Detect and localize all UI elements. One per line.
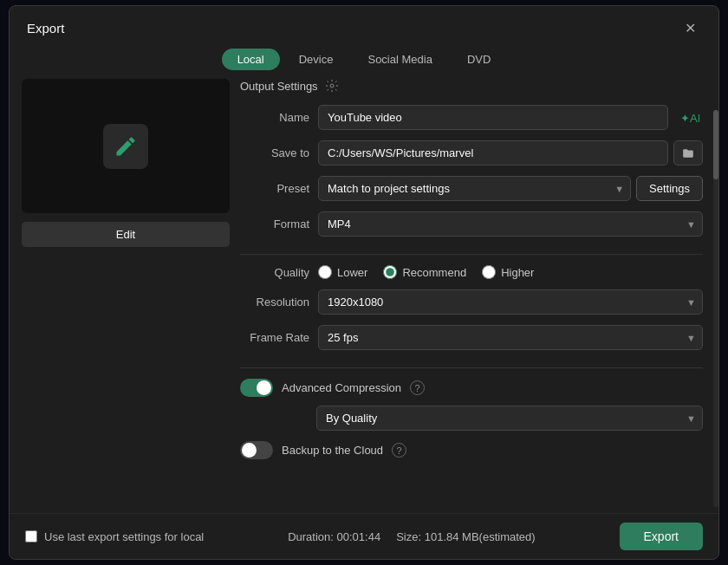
quality-options: Lower Recommend Higher	[318, 265, 703, 279]
folder-browse-button[interactable]	[673, 140, 703, 166]
settings-icon	[325, 79, 339, 93]
edit-button[interactable]: Edit	[22, 222, 230, 247]
modal-body: Edit Output Settings Name	[10, 70, 718, 513]
preset-select[interactable]: Match to project settings	[318, 176, 631, 201]
tabs-row: Local Device Social Media DVD	[10, 38, 718, 70]
preview-thumbnail	[22, 79, 230, 213]
backup-cloud-label: Backup to the Cloud	[282, 444, 383, 457]
backup-cloud-row: Backup to the Cloud ?	[240, 441, 703, 459]
modal-overlay: Export ✕ Local Device Social Media DVD	[0, 0, 728, 565]
settings-panel: Output Settings Name ✦AI	[240, 79, 706, 513]
save-to-field	[318, 140, 703, 166]
advanced-compression-label: Advanced Compression	[282, 381, 401, 394]
resolution-row: Resolution 1920x1080 ▼	[240, 289, 703, 315]
last-export-label: Use last export settings for local	[44, 530, 204, 543]
name-row: Name ✦AI	[240, 105, 703, 130]
resolution-select[interactable]: 1920x1080	[318, 289, 703, 315]
quality-lower-radio[interactable]	[318, 265, 332, 279]
pencil-icon	[114, 134, 138, 159]
export-button[interactable]: Export	[620, 523, 703, 550]
compression-help-icon: ?	[410, 380, 425, 395]
compression-mode-select[interactable]: By Quality	[316, 406, 703, 431]
frame-rate-select-wrap: 25 fps ▼	[318, 325, 703, 350]
quality-recommend-label: Recommend	[402, 266, 466, 279]
svg-point-0	[330, 84, 334, 88]
resolution-select-wrap: 1920x1080 ▼	[318, 289, 703, 315]
preset-field: Match to project settings ▼ Settings	[318, 176, 703, 201]
advanced-compression-toggle[interactable]	[240, 379, 273, 397]
compression-mode-select-wrap: By Quality ▼	[316, 406, 703, 431]
footer-left: Use last export settings for local	[25, 530, 204, 543]
quality-row: Quality Lower Recommend Higher	[240, 265, 703, 279]
quality-lower-option[interactable]: Lower	[318, 265, 367, 279]
svg-text:✦AI: ✦AI	[680, 112, 699, 125]
footer-info: Duration: 00:01:44 Size: 101.84 MB(estim…	[288, 530, 535, 543]
settings-button[interactable]: Settings	[636, 176, 703, 201]
ai-button[interactable]: ✦AI	[677, 107, 703, 128]
duration-label: Duration: 00:01:44	[288, 530, 380, 543]
quality-recommend-option[interactable]: Recommend	[383, 265, 466, 279]
size-label: Size: 101.84 MB(estimated)	[396, 530, 535, 543]
compression-sub-row: By Quality ▼	[316, 406, 703, 431]
format-label: Format	[240, 218, 309, 231]
preset-label: Preset	[240, 182, 309, 195]
preset-row: Preset Match to project settings ▼ Setti…	[240, 176, 703, 201]
edit-icon-box	[103, 124, 148, 169]
backup-cloud-toggle[interactable]	[240, 441, 273, 459]
scrollbar-track[interactable]	[713, 110, 718, 507]
tab-local[interactable]: Local	[222, 49, 280, 70]
last-export-checkbox[interactable]	[25, 530, 37, 542]
ai-icon: ✦AI	[680, 111, 699, 125]
quality-higher-label: Higher	[501, 266, 534, 279]
quality-recommend-radio[interactable]	[383, 265, 397, 279]
name-label: Name	[240, 111, 309, 124]
frame-rate-select[interactable]: 25 fps	[318, 325, 703, 350]
divider-2	[240, 367, 703, 368]
backup-help-icon: ?	[392, 443, 406, 458]
format-row: Format MP4 ▼	[240, 211, 703, 237]
save-to-label: Save to	[240, 146, 309, 159]
resolution-label: Resolution	[240, 295, 309, 308]
export-modal: Export ✕ Local Device Social Media DVD	[9, 5, 719, 560]
format-select[interactable]: MP4	[318, 211, 703, 237]
tab-device[interactable]: Device	[283, 49, 349, 70]
frame-rate-row: Frame Rate 25 fps ▼	[240, 325, 703, 350]
save-to-input[interactable]	[318, 140, 668, 166]
save-to-row: Save to	[240, 140, 703, 166]
name-input[interactable]	[318, 105, 668, 130]
tab-dvd[interactable]: DVD	[452, 49, 506, 70]
format-select-wrap: MP4 ▼	[318, 211, 703, 237]
modal-title: Export	[27, 21, 64, 36]
quality-higher-option[interactable]: Higher	[482, 265, 534, 279]
advanced-compression-row: Advanced Compression ?	[240, 379, 703, 397]
tab-social-media[interactable]: Social Media	[352, 49, 447, 70]
output-settings-label: Output Settings	[240, 80, 318, 93]
close-button[interactable]: ✕	[679, 18, 701, 38]
preset-select-wrap: Match to project settings ▼	[318, 176, 631, 201]
quality-label: Quality	[240, 266, 309, 279]
scrollbar-thumb	[713, 110, 718, 179]
preview-panel: Edit	[22, 79, 230, 513]
quality-higher-radio[interactable]	[482, 265, 496, 279]
output-settings-header: Output Settings	[240, 79, 703, 93]
divider-1	[240, 254, 703, 255]
folder-icon	[682, 147, 694, 159]
quality-lower-label: Lower	[337, 266, 367, 279]
modal-footer: Use last export settings for local Durat…	[10, 513, 718, 559]
frame-rate-label: Frame Rate	[240, 331, 309, 344]
modal-header: Export ✕	[10, 6, 718, 38]
